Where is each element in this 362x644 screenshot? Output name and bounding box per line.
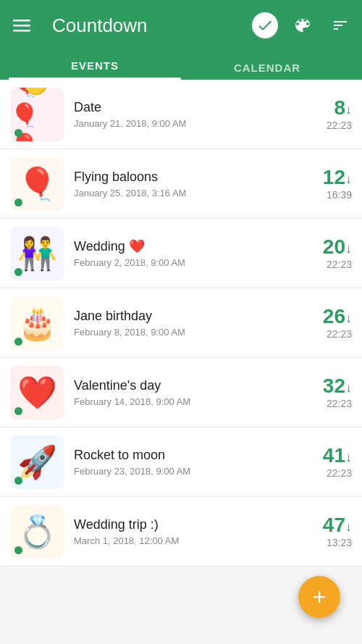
down-arrow-icon: ↓ — [345, 171, 352, 185]
tabs: EVENTS CALENDAR — [9, 51, 353, 80]
list-item[interactable]: 🟡 . 🎈🎈🎈 Date January 21, 2018, 9:00 AM 8… — [0, 80, 362, 149]
countdown-days: 32↓ — [323, 376, 352, 396]
down-arrow-icon: ↓ — [345, 310, 352, 325]
event-name: Wedding ❤️ — [74, 238, 301, 254]
event-info: Rocket to moon February 23, 2018, 9:00 A… — [74, 448, 301, 477]
event-thumbnail: 🚀 — [10, 435, 64, 489]
app-title: Countdown — [52, 14, 240, 37]
event-info: Jane birthday February 8, 2018, 9:00 AM — [74, 309, 301, 338]
event-thumbnail: 🟡 . 🎈🎈🎈 — [10, 88, 64, 141]
tab-events[interactable]: EVENTS — [9, 59, 181, 80]
event-info: Flying baloons January 25, 2018, 3:16 AM — [74, 170, 301, 198]
event-dot — [14, 198, 22, 206]
palette-button[interactable] — [290, 12, 316, 38]
countdown-days: 47↓ — [323, 515, 352, 535]
countdown-days: 8↓ — [334, 98, 352, 118]
event-dot — [14, 546, 22, 554]
countdown-days: 12↓ — [323, 167, 352, 188]
event-countdown: 8↓ 22:23 — [301, 98, 352, 131]
event-date: February 23, 2018, 9:00 AM — [74, 466, 301, 477]
event-date: March 1, 2018, 12:00 AM — [74, 535, 301, 546]
countdown-time: 22:23 — [327, 398, 352, 409]
event-name: Valentine's day — [74, 378, 301, 393]
list-item[interactable]: 👫 Wedding ❤️ February 2, 2018, 9:00 AM 2… — [0, 219, 362, 288]
done-button[interactable] — [252, 12, 278, 38]
event-countdown: 12↓ 16:39 — [301, 167, 352, 201]
event-date: February 8, 2018, 9:00 AM — [74, 327, 301, 338]
countdown-days: 26↓ — [323, 306, 352, 327]
event-info: Valentine's day February 14, 2018, 9:00 … — [74, 378, 301, 407]
list-item[interactable]: ❤️ Valentine's day February 14, 2018, 9:… — [0, 358, 362, 427]
event-countdown: 26↓ 22:23 — [301, 306, 352, 340]
countdown-time: 22:23 — [327, 120, 352, 131]
menu-button[interactable] — [9, 12, 35, 38]
countdown-time: 13:23 — [327, 537, 352, 548]
countdown-days: 41↓ — [323, 446, 352, 466]
add-event-button[interactable]: + — [298, 576, 340, 618]
event-thumbnail: 🎂 — [10, 296, 64, 350]
event-countdown: 32↓ 22:23 — [301, 376, 352, 409]
list-item[interactable]: 🎈 Flying baloons January 25, 2018, 3:16 … — [0, 149, 362, 219]
down-arrow-icon: ↓ — [345, 519, 352, 533]
app-container: Countdown EVENTS CALENDAR — [0, 0, 362, 566]
event-info: Wedding ❤️ February 2, 2018, 9:00 AM — [74, 238, 301, 268]
list-item[interactable]: 🎂 Jane birthday February 8, 2018, 9:00 A… — [0, 288, 362, 358]
tab-calendar[interactable]: CALENDAR — [181, 62, 353, 80]
event-dot — [14, 477, 22, 485]
event-date: February 14, 2018, 9:00 AM — [74, 396, 301, 407]
svg-rect-1 — [13, 25, 30, 27]
countdown-time: 22:23 — [327, 259, 352, 270]
event-countdown: 20↓ 22:23 — [301, 237, 352, 270]
event-thumbnail: 🎈 — [10, 157, 64, 211]
down-arrow-icon: ↓ — [345, 449, 352, 464]
down-arrow-icon: ↓ — [345, 380, 352, 394]
event-dot — [14, 129, 22, 137]
event-countdown: 41↓ 22:23 — [301, 446, 352, 479]
svg-rect-0 — [13, 20, 30, 22]
event-countdown: 47↓ 13:23 — [301, 515, 352, 548]
event-name: Flying baloons — [74, 170, 301, 185]
down-arrow-icon: ↓ — [345, 101, 352, 116]
event-info: Date January 21, 2018, 9:00 AM — [74, 100, 301, 129]
event-dot — [14, 338, 22, 346]
event-name: Jane birthday — [74, 309, 301, 324]
add-icon: + — [313, 585, 327, 609]
event-date: January 21, 2018, 9:00 AM — [74, 118, 301, 129]
event-dot — [14, 407, 22, 415]
countdown-time: 22:23 — [327, 467, 352, 479]
list-item[interactable]: 🚀 Rocket to moon February 23, 2018, 9:00… — [0, 427, 362, 497]
down-arrow-icon: ↓ — [345, 241, 352, 255]
filter-button[interactable] — [327, 12, 353, 38]
countdown-time: 22:23 — [327, 328, 352, 340]
event-thumbnail: 💍 — [10, 505, 64, 559]
svg-rect-2 — [13, 30, 30, 32]
countdown-days: 20↓ — [323, 237, 352, 257]
event-name: Date — [74, 100, 301, 115]
header: Countdown EVENTS CALENDAR — [0, 0, 362, 80]
event-thumbnail: ❤️ — [10, 366, 64, 419]
event-name: Rocket to moon — [74, 448, 301, 463]
event-date: January 25, 2018, 3:16 AM — [74, 188, 301, 198]
event-name: Wedding trip :) — [74, 517, 301, 532]
event-thumbnail: 👫 — [10, 227, 64, 280]
event-dot — [14, 268, 22, 276]
list-item[interactable]: 💍 Wedding trip :) March 1, 2018, 12:00 A… — [0, 497, 362, 566]
event-list: 🟡 . 🎈🎈🎈 Date January 21, 2018, 9:00 AM 8… — [0, 80, 362, 566]
event-date: February 2, 2018, 9:00 AM — [74, 257, 301, 268]
event-info: Wedding trip :) March 1, 2018, 12:00 AM — [74, 517, 301, 546]
countdown-time: 16:39 — [327, 189, 352, 201]
